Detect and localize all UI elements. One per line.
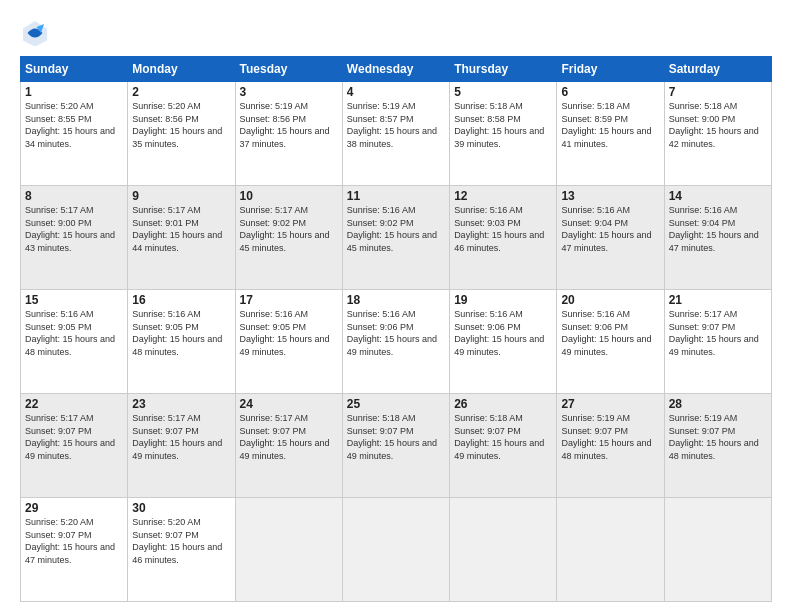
day-number: 4 <box>347 85 445 99</box>
weekday-header-sunday: Sunday <box>21 57 128 82</box>
calendar-cell: 3 Sunrise: 5:19 AMSunset: 8:56 PMDayligh… <box>235 82 342 186</box>
weekday-header-wednesday: Wednesday <box>342 57 449 82</box>
calendar-cell: 7 Sunrise: 5:18 AMSunset: 9:00 PMDayligh… <box>664 82 771 186</box>
calendar-cell: 6 Sunrise: 5:18 AMSunset: 8:59 PMDayligh… <box>557 82 664 186</box>
day-number: 24 <box>240 397 338 411</box>
day-number: 25 <box>347 397 445 411</box>
day-info: Sunrise: 5:17 AMSunset: 9:07 PMDaylight:… <box>132 413 222 461</box>
day-info: Sunrise: 5:19 AMSunset: 9:07 PMDaylight:… <box>669 413 759 461</box>
day-number: 16 <box>132 293 230 307</box>
day-info: Sunrise: 5:19 AMSunset: 8:56 PMDaylight:… <box>240 101 330 149</box>
calendar-cell: 1 Sunrise: 5:20 AMSunset: 8:55 PMDayligh… <box>21 82 128 186</box>
calendar-row-2: 8 Sunrise: 5:17 AMSunset: 9:00 PMDayligh… <box>21 186 772 290</box>
day-info: Sunrise: 5:17 AMSunset: 9:02 PMDaylight:… <box>240 205 330 253</box>
day-info: Sunrise: 5:18 AMSunset: 9:07 PMDaylight:… <box>347 413 437 461</box>
day-number: 1 <box>25 85 123 99</box>
day-number: 8 <box>25 189 123 203</box>
calendar-cell: 21 Sunrise: 5:17 AMSunset: 9:07 PMDaylig… <box>664 290 771 394</box>
day-info: Sunrise: 5:20 AMSunset: 9:07 PMDaylight:… <box>25 517 115 565</box>
weekday-header-saturday: Saturday <box>664 57 771 82</box>
calendar-cell: 5 Sunrise: 5:18 AMSunset: 8:58 PMDayligh… <box>450 82 557 186</box>
day-number: 23 <box>132 397 230 411</box>
day-number: 21 <box>669 293 767 307</box>
day-info: Sunrise: 5:20 AMSunset: 8:56 PMDaylight:… <box>132 101 222 149</box>
day-info: Sunrise: 5:16 AMSunset: 9:05 PMDaylight:… <box>132 309 222 357</box>
day-number: 13 <box>561 189 659 203</box>
weekday-header-monday: Monday <box>128 57 235 82</box>
day-info: Sunrise: 5:17 AMSunset: 9:07 PMDaylight:… <box>240 413 330 461</box>
calendar-cell <box>450 498 557 602</box>
weekday-header-row: SundayMondayTuesdayWednesdayThursdayFrid… <box>21 57 772 82</box>
day-info: Sunrise: 5:16 AMSunset: 9:05 PMDaylight:… <box>240 309 330 357</box>
day-number: 22 <box>25 397 123 411</box>
day-info: Sunrise: 5:16 AMSunset: 9:06 PMDaylight:… <box>454 309 544 357</box>
calendar-row-3: 15 Sunrise: 5:16 AMSunset: 9:05 PMDaylig… <box>21 290 772 394</box>
day-number: 10 <box>240 189 338 203</box>
calendar-cell <box>664 498 771 602</box>
day-number: 19 <box>454 293 552 307</box>
calendar-cell: 8 Sunrise: 5:17 AMSunset: 9:00 PMDayligh… <box>21 186 128 290</box>
day-number: 20 <box>561 293 659 307</box>
day-info: Sunrise: 5:17 AMSunset: 9:07 PMDaylight:… <box>669 309 759 357</box>
day-info: Sunrise: 5:17 AMSunset: 9:00 PMDaylight:… <box>25 205 115 253</box>
day-info: Sunrise: 5:16 AMSunset: 9:02 PMDaylight:… <box>347 205 437 253</box>
weekday-header-thursday: Thursday <box>450 57 557 82</box>
calendar-page: SundayMondayTuesdayWednesdayThursdayFrid… <box>0 0 792 612</box>
day-info: Sunrise: 5:16 AMSunset: 9:06 PMDaylight:… <box>347 309 437 357</box>
day-number: 15 <box>25 293 123 307</box>
calendar-cell: 2 Sunrise: 5:20 AMSunset: 8:56 PMDayligh… <box>128 82 235 186</box>
weekday-header-tuesday: Tuesday <box>235 57 342 82</box>
day-number: 3 <box>240 85 338 99</box>
day-info: Sunrise: 5:16 AMSunset: 9:04 PMDaylight:… <box>561 205 651 253</box>
calendar-cell: 13 Sunrise: 5:16 AMSunset: 9:04 PMDaylig… <box>557 186 664 290</box>
calendar-cell <box>235 498 342 602</box>
day-number: 5 <box>454 85 552 99</box>
calendar-cell: 16 Sunrise: 5:16 AMSunset: 9:05 PMDaylig… <box>128 290 235 394</box>
day-info: Sunrise: 5:19 AMSunset: 9:07 PMDaylight:… <box>561 413 651 461</box>
logo <box>20 18 54 48</box>
day-info: Sunrise: 5:19 AMSunset: 8:57 PMDaylight:… <box>347 101 437 149</box>
day-number: 30 <box>132 501 230 515</box>
day-number: 11 <box>347 189 445 203</box>
day-number: 2 <box>132 85 230 99</box>
logo-icon <box>20 18 50 48</box>
day-number: 7 <box>669 85 767 99</box>
day-info: Sunrise: 5:18 AMSunset: 8:59 PMDaylight:… <box>561 101 651 149</box>
weekday-header-friday: Friday <box>557 57 664 82</box>
calendar-cell: 14 Sunrise: 5:16 AMSunset: 9:04 PMDaylig… <box>664 186 771 290</box>
calendar-cell: 19 Sunrise: 5:16 AMSunset: 9:06 PMDaylig… <box>450 290 557 394</box>
calendar-cell <box>342 498 449 602</box>
calendar-cell: 10 Sunrise: 5:17 AMSunset: 9:02 PMDaylig… <box>235 186 342 290</box>
calendar-cell: 24 Sunrise: 5:17 AMSunset: 9:07 PMDaylig… <box>235 394 342 498</box>
calendar-cell: 30 Sunrise: 5:20 AMSunset: 9:07 PMDaylig… <box>128 498 235 602</box>
day-number: 27 <box>561 397 659 411</box>
calendar-cell: 27 Sunrise: 5:19 AMSunset: 9:07 PMDaylig… <box>557 394 664 498</box>
day-info: Sunrise: 5:16 AMSunset: 9:05 PMDaylight:… <box>25 309 115 357</box>
day-info: Sunrise: 5:20 AMSunset: 8:55 PMDaylight:… <box>25 101 115 149</box>
day-info: Sunrise: 5:18 AMSunset: 8:58 PMDaylight:… <box>454 101 544 149</box>
calendar-cell: 29 Sunrise: 5:20 AMSunset: 9:07 PMDaylig… <box>21 498 128 602</box>
day-info: Sunrise: 5:16 AMSunset: 9:06 PMDaylight:… <box>561 309 651 357</box>
day-info: Sunrise: 5:16 AMSunset: 9:03 PMDaylight:… <box>454 205 544 253</box>
day-number: 9 <box>132 189 230 203</box>
day-info: Sunrise: 5:17 AMSunset: 9:07 PMDaylight:… <box>25 413 115 461</box>
calendar-cell: 4 Sunrise: 5:19 AMSunset: 8:57 PMDayligh… <box>342 82 449 186</box>
calendar-cell <box>557 498 664 602</box>
calendar-cell: 26 Sunrise: 5:18 AMSunset: 9:07 PMDaylig… <box>450 394 557 498</box>
day-info: Sunrise: 5:20 AMSunset: 9:07 PMDaylight:… <box>132 517 222 565</box>
calendar-cell: 25 Sunrise: 5:18 AMSunset: 9:07 PMDaylig… <box>342 394 449 498</box>
calendar-table: SundayMondayTuesdayWednesdayThursdayFrid… <box>20 56 772 602</box>
calendar-cell: 11 Sunrise: 5:16 AMSunset: 9:02 PMDaylig… <box>342 186 449 290</box>
day-number: 17 <box>240 293 338 307</box>
calendar-row-5: 29 Sunrise: 5:20 AMSunset: 9:07 PMDaylig… <box>21 498 772 602</box>
day-number: 12 <box>454 189 552 203</box>
calendar-row-1: 1 Sunrise: 5:20 AMSunset: 8:55 PMDayligh… <box>21 82 772 186</box>
day-number: 6 <box>561 85 659 99</box>
day-number: 29 <box>25 501 123 515</box>
calendar-cell: 22 Sunrise: 5:17 AMSunset: 9:07 PMDaylig… <box>21 394 128 498</box>
day-number: 14 <box>669 189 767 203</box>
calendar-cell: 18 Sunrise: 5:16 AMSunset: 9:06 PMDaylig… <box>342 290 449 394</box>
calendar-cell: 17 Sunrise: 5:16 AMSunset: 9:05 PMDaylig… <box>235 290 342 394</box>
calendar-row-4: 22 Sunrise: 5:17 AMSunset: 9:07 PMDaylig… <box>21 394 772 498</box>
header <box>20 18 772 48</box>
